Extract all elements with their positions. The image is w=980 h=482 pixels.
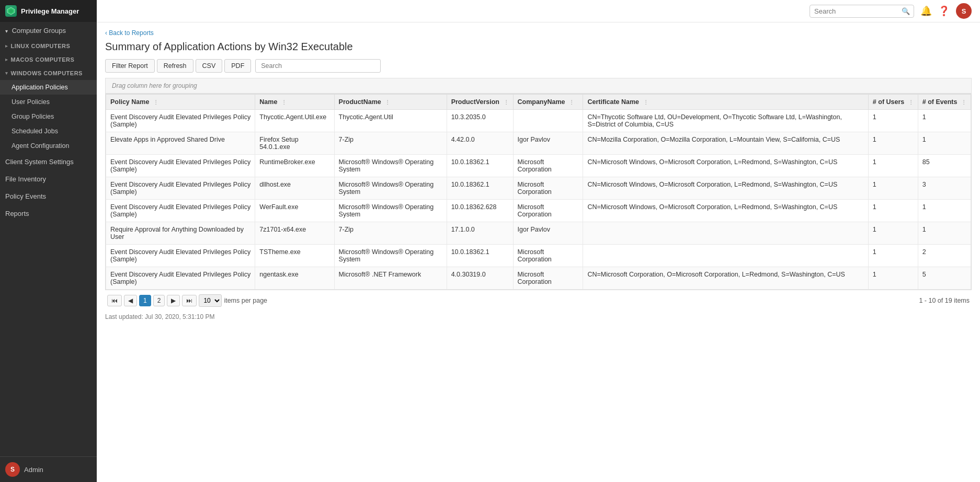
- sort-icon[interactable]: ⋮: [908, 99, 914, 105]
- cell-row1-col5: CN=Mozilla Corporation, O=Mozilla Corpor…: [583, 132, 868, 155]
- data-table: Policy Name ⋮ Name ⋮ ProductName ⋮ Pro: [106, 94, 971, 290]
- cell-row1-col1: Firefox Setup 54.0.1.exe: [255, 132, 334, 155]
- cell-row4-col1: WerFault.exe: [255, 200, 334, 222]
- last-updated: Last updated: Jul 30, 2020, 5:31:10 PM: [105, 311, 972, 323]
- col-product-name[interactable]: ProductName ⋮: [334, 95, 447, 110]
- page-title: Summary of Application Actions by Win32 …: [105, 41, 972, 53]
- sidebar-item-user-policies[interactable]: User Policies: [0, 95, 97, 109]
- sidebar-item-reports[interactable]: Reports: [0, 205, 97, 222]
- cell-row6-col4: Microsoft Corporation: [513, 245, 583, 267]
- col-product-version[interactable]: ProductVersion ⋮: [447, 95, 513, 110]
- col-num-events[interactable]: # of Events ⋮: [918, 95, 971, 110]
- app-title: Privilege Manager: [21, 7, 79, 15]
- sidebar-item-application-policies[interactable]: Application Policies: [0, 80, 97, 95]
- cell-row3-col5: CN=Microsoft Windows, O=Microsoft Corpor…: [583, 177, 868, 200]
- sort-icon[interactable]: ⋮: [643, 99, 648, 105]
- table-row: Event Discovery Audit Elevated Privilege…: [106, 267, 971, 290]
- toolbar: Filter Report Refresh CSV PDF: [105, 59, 972, 73]
- back-link[interactable]: Back to Reports: [105, 29, 154, 37]
- sidebar-item-scheduled-jobs[interactable]: Scheduled Jobs: [0, 124, 97, 139]
- cell-row7-col1: ngentask.exe: [255, 267, 334, 290]
- sidebar-header: Privilege Manager: [0, 0, 97, 22]
- cell-row4-col4: Microsoft Corporation: [513, 200, 583, 222]
- cell-row2-col1: RuntimeBroker.exe: [255, 155, 334, 177]
- sidebar-section-macos[interactable]: ▸ MACOS COMPUTERS: [0, 53, 97, 66]
- table-row: Event Discovery Audit Elevated Privilege…: [106, 200, 971, 222]
- cell-row0-col7: 1: [918, 110, 971, 132]
- cell-row6-col3: 10.0.18362.1: [447, 245, 513, 267]
- caret-icon: ▸: [5, 43, 8, 49]
- sidebar-item-client-system-settings[interactable]: Client System Settings: [0, 153, 97, 170]
- cell-row7-col3: 4.0.30319.0: [447, 267, 513, 290]
- sidebar-item-agent-configuration[interactable]: Agent Configuration: [0, 139, 97, 153]
- report-search-input[interactable]: [255, 59, 381, 73]
- cell-row6-col2: Microsoft® Windows® Operating System: [334, 245, 447, 267]
- cell-row2-col5: CN=Microsoft Windows, O=Microsoft Corpor…: [583, 155, 868, 177]
- first-page-button[interactable]: ⏮: [107, 295, 122, 306]
- notification-icon[interactable]: 🔔: [920, 5, 932, 17]
- cell-row7-col2: Microsoft® .NET Framework: [334, 267, 447, 290]
- cell-row3-col6: 1: [868, 177, 918, 200]
- main-content: 🔍 🔔 ❓ S Back to Reports Summary of Appli…: [97, 0, 980, 482]
- cell-row3-col0: Event Discovery Audit Elevated Privilege…: [106, 177, 255, 200]
- cell-row0-col3: 10.3.2035.0: [447, 110, 513, 132]
- search-wrap: 🔍: [810, 5, 914, 18]
- col-policy-name[interactable]: Policy Name ⋮: [106, 95, 255, 110]
- app-logo: [5, 5, 17, 17]
- cell-row4-col3: 10.0.18362.628: [447, 200, 513, 222]
- sidebar-item-computer-groups[interactable]: ▾ Computer Groups: [0, 22, 97, 39]
- page-2-button[interactable]: 2: [153, 295, 165, 306]
- next-page-button[interactable]: ▶: [167, 295, 180, 306]
- sidebar-item-file-inventory[interactable]: File Inventory: [0, 170, 97, 188]
- sort-icon[interactable]: ⋮: [569, 99, 574, 105]
- topbar-search-input[interactable]: [810, 5, 914, 18]
- sort-icon[interactable]: ⋮: [504, 99, 509, 105]
- cell-row0-col2: Thycotic.Agent.Util: [334, 110, 447, 132]
- pdf-button[interactable]: PDF: [224, 59, 251, 73]
- sidebar-section-windows[interactable]: ▾ WINDOWS COMPUTERS: [0, 66, 97, 80]
- filter-report-button[interactable]: Filter Report: [105, 59, 155, 73]
- sort-icon[interactable]: ⋮: [961, 99, 966, 105]
- sort-icon[interactable]: ⋮: [153, 99, 158, 105]
- cell-row4-col5: CN=Microsoft Windows, O=Microsoft Corpor…: [583, 200, 868, 222]
- cell-row6-col0: Event Discovery Audit Elevated Privilege…: [106, 245, 255, 267]
- csv-button[interactable]: CSV: [196, 59, 223, 73]
- cell-row2-col6: 1: [868, 155, 918, 177]
- cell-row7-col5: CN=Microsoft Corporation, O=Microsoft Co…: [583, 267, 868, 290]
- col-company-name[interactable]: CompanyName ⋮: [513, 95, 583, 110]
- cell-row6-col7: 2: [918, 245, 971, 267]
- sidebar-item-group-policies[interactable]: Group Policies: [0, 109, 97, 124]
- col-name[interactable]: Name ⋮: [255, 95, 334, 110]
- sort-icon[interactable]: ⋮: [281, 99, 287, 105]
- cell-row2-col2: Microsoft® Windows® Operating System: [334, 155, 447, 177]
- per-page-select[interactable]: 10 25 50: [199, 294, 222, 307]
- last-page-button[interactable]: ⏭: [182, 295, 197, 306]
- cell-row3-col2: Microsoft® Windows® Operating System: [334, 177, 447, 200]
- col-num-users[interactable]: # of Users ⋮: [868, 95, 918, 110]
- sort-icon[interactable]: ⋮: [385, 99, 390, 105]
- pagination-bar: ⏮ ◀ 1 2 ▶ ⏭ 10 25 50 items per page 1 - …: [105, 290, 972, 311]
- prev-page-button[interactable]: ◀: [124, 295, 137, 306]
- cell-row4-col2: Microsoft® Windows® Operating System: [334, 200, 447, 222]
- table-row: Event Discovery Audit Elevated Privilege…: [106, 155, 971, 177]
- user-avatar[interactable]: S: [956, 3, 972, 19]
- col-certificate-name[interactable]: Certificate Name ⋮: [583, 95, 868, 110]
- cell-row4-col7: 1: [918, 200, 971, 222]
- sidebar-item-policy-events[interactable]: Policy Events: [0, 188, 97, 205]
- table-row: Event Discovery Audit Elevated Privilege…: [106, 177, 971, 200]
- cell-row2-col4: Microsoft Corporation: [513, 155, 583, 177]
- sidebar-section-linux[interactable]: ▸ LINUX COMPUTERS: [0, 39, 97, 53]
- cell-row1-col6: 1: [868, 132, 918, 155]
- table-row: Elevate Apps in Approved Shared DriveFir…: [106, 132, 971, 155]
- cell-row2-col7: 85: [918, 155, 971, 177]
- caret-icon: ▸: [5, 57, 8, 62]
- cell-row1-col3: 4.42.0.0: [447, 132, 513, 155]
- caret-icon: ▾: [5, 28, 8, 34]
- sidebar-footer: S Admin: [0, 456, 97, 482]
- page-1-button[interactable]: 1: [139, 295, 151, 306]
- cell-row5-col6: 1: [868, 222, 918, 245]
- help-icon[interactable]: ❓: [938, 5, 950, 17]
- cell-row0-col5: CN=Thycotic Software Ltd, OU=Development…: [583, 110, 868, 132]
- refresh-button[interactable]: Refresh: [157, 59, 193, 73]
- cell-row5-col0: Require Approval for Anything Downloaded…: [106, 222, 255, 245]
